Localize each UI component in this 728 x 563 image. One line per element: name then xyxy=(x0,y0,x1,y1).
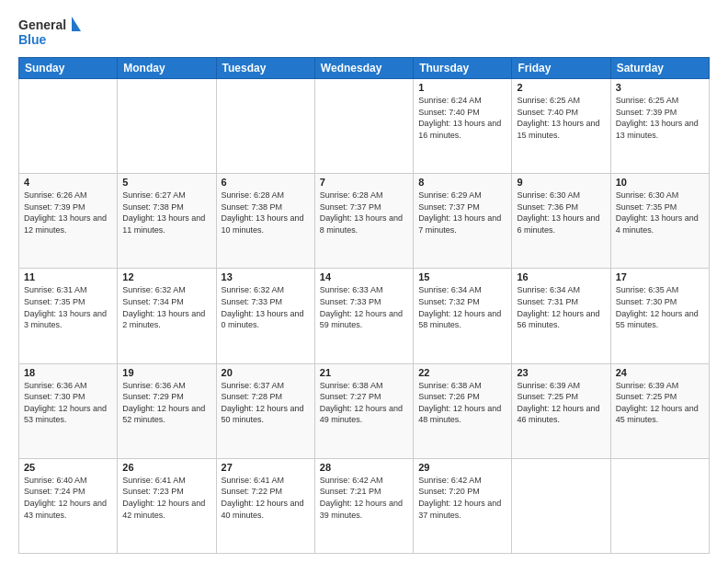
day-cell: 11Sunrise: 6:31 AM Sunset: 7:35 PM Dayli… xyxy=(19,269,118,363)
day-number: 2 xyxy=(517,82,605,93)
day-info: Sunrise: 6:27 AM Sunset: 7:38 PM Dayligh… xyxy=(122,190,210,236)
day-cell xyxy=(314,79,413,174)
day-cell: 14Sunrise: 6:33 AM Sunset: 7:33 PM Dayli… xyxy=(314,269,413,363)
day-cell: 6Sunrise: 6:28 AM Sunset: 7:38 PM Daylig… xyxy=(216,174,314,269)
day-info: Sunrise: 6:26 AM Sunset: 7:39 PM Dayligh… xyxy=(24,190,112,236)
logo: GeneralBlue xyxy=(18,15,83,50)
week-row-0: 1Sunrise: 6:24 AM Sunset: 7:40 PM Daylig… xyxy=(19,79,710,174)
day-cell: 12Sunrise: 6:32 AM Sunset: 7:34 PM Dayli… xyxy=(118,269,216,363)
day-cell: 17Sunrise: 6:35 AM Sunset: 7:30 PM Dayli… xyxy=(610,269,709,363)
day-cell: 15Sunrise: 6:34 AM Sunset: 7:32 PM Dayli… xyxy=(414,269,512,363)
day-cell: 22Sunrise: 6:38 AM Sunset: 7:26 PM Dayli… xyxy=(414,363,512,458)
day-cell: 13Sunrise: 6:32 AM Sunset: 7:33 PM Dayli… xyxy=(216,269,314,363)
day-cell xyxy=(118,79,216,174)
day-number: 28 xyxy=(320,462,408,473)
day-cell: 4Sunrise: 6:26 AM Sunset: 7:39 PM Daylig… xyxy=(19,174,118,269)
day-number: 22 xyxy=(418,367,506,378)
day-cell: 2Sunrise: 6:25 AM Sunset: 7:40 PM Daylig… xyxy=(512,79,610,174)
day-cell: 1Sunrise: 6:24 AM Sunset: 7:40 PM Daylig… xyxy=(414,79,512,174)
day-cell: 28Sunrise: 6:42 AM Sunset: 7:21 PM Dayli… xyxy=(314,458,413,553)
day-cell xyxy=(610,458,709,553)
day-cell: 29Sunrise: 6:42 AM Sunset: 7:20 PM Dayli… xyxy=(414,458,512,553)
svg-text:General: General xyxy=(18,17,66,32)
weekday-thursday: Thursday xyxy=(414,58,512,79)
day-cell xyxy=(216,79,314,174)
day-number: 20 xyxy=(222,367,310,378)
svg-text:Blue: Blue xyxy=(18,32,47,47)
day-info: Sunrise: 6:42 AM Sunset: 7:20 PM Dayligh… xyxy=(418,475,506,521)
day-number: 13 xyxy=(222,271,310,282)
day-number: 15 xyxy=(418,271,506,282)
day-number: 9 xyxy=(517,177,605,188)
day-number: 8 xyxy=(418,177,506,188)
day-cell xyxy=(512,458,610,553)
day-number: 4 xyxy=(24,177,112,188)
day-cell xyxy=(19,79,118,174)
day-cell: 9Sunrise: 6:30 AM Sunset: 7:36 PM Daylig… xyxy=(512,174,610,269)
day-info: Sunrise: 6:32 AM Sunset: 7:34 PM Dayligh… xyxy=(122,284,210,330)
day-number: 25 xyxy=(24,462,112,473)
logo-svg: GeneralBlue xyxy=(18,15,83,50)
day-info: Sunrise: 6:28 AM Sunset: 7:38 PM Dayligh… xyxy=(222,190,310,236)
weekday-friday: Friday xyxy=(512,58,610,79)
day-number: 3 xyxy=(616,82,704,93)
day-info: Sunrise: 6:25 AM Sunset: 7:39 PM Dayligh… xyxy=(616,95,704,141)
day-cell: 20Sunrise: 6:37 AM Sunset: 7:28 PM Dayli… xyxy=(216,363,314,458)
day-info: Sunrise: 6:41 AM Sunset: 7:22 PM Dayligh… xyxy=(222,475,310,521)
day-info: Sunrise: 6:38 AM Sunset: 7:27 PM Dayligh… xyxy=(320,380,408,426)
day-number: 7 xyxy=(320,177,408,188)
week-row-2: 11Sunrise: 6:31 AM Sunset: 7:35 PM Dayli… xyxy=(19,269,710,363)
day-number: 1 xyxy=(418,82,506,93)
svg-marker-2 xyxy=(72,17,81,31)
day-info: Sunrise: 6:36 AM Sunset: 7:30 PM Dayligh… xyxy=(24,380,112,426)
page: GeneralBlue SundayMondayTuesdayWednesday… xyxy=(0,0,728,563)
day-cell: 5Sunrise: 6:27 AM Sunset: 7:38 PM Daylig… xyxy=(118,174,216,269)
day-info: Sunrise: 6:30 AM Sunset: 7:35 PM Dayligh… xyxy=(616,190,704,236)
day-info: Sunrise: 6:34 AM Sunset: 7:32 PM Dayligh… xyxy=(418,284,506,330)
weekday-saturday: Saturday xyxy=(610,58,709,79)
day-cell: 18Sunrise: 6:36 AM Sunset: 7:30 PM Dayli… xyxy=(19,363,118,458)
day-info: Sunrise: 6:42 AM Sunset: 7:21 PM Dayligh… xyxy=(320,475,408,521)
day-info: Sunrise: 6:40 AM Sunset: 7:24 PM Dayligh… xyxy=(24,475,112,521)
weekday-header-row: SundayMondayTuesdayWednesdayThursdayFrid… xyxy=(19,58,710,79)
day-info: Sunrise: 6:34 AM Sunset: 7:31 PM Dayligh… xyxy=(517,284,605,330)
day-cell: 25Sunrise: 6:40 AM Sunset: 7:24 PM Dayli… xyxy=(19,458,118,553)
day-number: 11 xyxy=(24,271,112,282)
day-number: 12 xyxy=(122,271,210,282)
header: GeneralBlue xyxy=(18,15,710,50)
day-number: 14 xyxy=(320,271,408,282)
day-info: Sunrise: 6:25 AM Sunset: 7:40 PM Dayligh… xyxy=(517,95,605,141)
day-info: Sunrise: 6:33 AM Sunset: 7:33 PM Dayligh… xyxy=(320,284,408,330)
day-number: 26 xyxy=(122,462,210,473)
day-cell: 10Sunrise: 6:30 AM Sunset: 7:35 PM Dayli… xyxy=(610,174,709,269)
day-number: 5 xyxy=(122,177,210,188)
day-cell: 27Sunrise: 6:41 AM Sunset: 7:22 PM Dayli… xyxy=(216,458,314,553)
day-number: 19 xyxy=(122,367,210,378)
week-row-4: 25Sunrise: 6:40 AM Sunset: 7:24 PM Dayli… xyxy=(19,458,710,553)
day-info: Sunrise: 6:35 AM Sunset: 7:30 PM Dayligh… xyxy=(616,284,704,330)
day-cell: 23Sunrise: 6:39 AM Sunset: 7:25 PM Dayli… xyxy=(512,363,610,458)
day-info: Sunrise: 6:36 AM Sunset: 7:29 PM Dayligh… xyxy=(122,380,210,426)
day-cell: 19Sunrise: 6:36 AM Sunset: 7:29 PM Dayli… xyxy=(118,363,216,458)
week-row-3: 18Sunrise: 6:36 AM Sunset: 7:30 PM Dayli… xyxy=(19,363,710,458)
day-number: 18 xyxy=(24,367,112,378)
day-info: Sunrise: 6:28 AM Sunset: 7:37 PM Dayligh… xyxy=(320,190,408,236)
day-cell: 8Sunrise: 6:29 AM Sunset: 7:37 PM Daylig… xyxy=(414,174,512,269)
day-cell: 3Sunrise: 6:25 AM Sunset: 7:39 PM Daylig… xyxy=(610,79,709,174)
day-number: 10 xyxy=(616,177,704,188)
weekday-wednesday: Wednesday xyxy=(314,58,413,79)
day-number: 29 xyxy=(418,462,506,473)
weekday-sunday: Sunday xyxy=(19,58,118,79)
day-info: Sunrise: 6:39 AM Sunset: 7:25 PM Dayligh… xyxy=(517,380,605,426)
day-cell: 7Sunrise: 6:28 AM Sunset: 7:37 PM Daylig… xyxy=(314,174,413,269)
day-info: Sunrise: 6:29 AM Sunset: 7:37 PM Dayligh… xyxy=(418,190,506,236)
day-info: Sunrise: 6:30 AM Sunset: 7:36 PM Dayligh… xyxy=(517,190,605,236)
week-row-1: 4Sunrise: 6:26 AM Sunset: 7:39 PM Daylig… xyxy=(19,174,710,269)
day-info: Sunrise: 6:37 AM Sunset: 7:28 PM Dayligh… xyxy=(222,380,310,426)
day-number: 27 xyxy=(222,462,310,473)
weekday-monday: Monday xyxy=(118,58,216,79)
day-number: 24 xyxy=(616,367,704,378)
day-number: 16 xyxy=(517,271,605,282)
calendar-table: SundayMondayTuesdayWednesdayThursdayFrid… xyxy=(18,57,710,554)
day-info: Sunrise: 6:31 AM Sunset: 7:35 PM Dayligh… xyxy=(24,284,112,330)
